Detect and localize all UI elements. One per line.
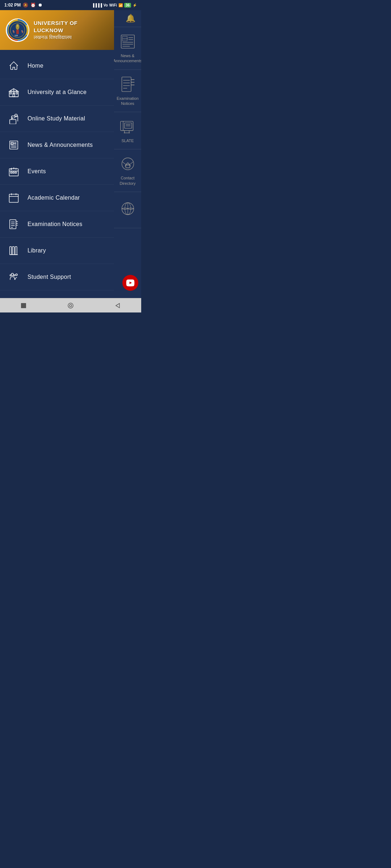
tile-globe[interactable]	[114, 192, 141, 228]
sidebar-item-university-label: University at a Glance	[28, 89, 87, 95]
nav-square-button[interactable]	[14, 300, 33, 311]
svg-rect-53	[15, 247, 17, 255]
tile-news[interactable]: NEWS News &Announcements	[114, 27, 141, 70]
svg-rect-52	[12, 247, 14, 255]
alarm-icon: ⏰	[30, 3, 36, 8]
time-display: 1:02 PM	[4, 3, 21, 8]
svg-point-29	[10, 169, 12, 170]
study-icon	[7, 112, 20, 125]
wifi-label: WiFi	[109, 3, 117, 7]
nav-home-button[interactable]	[62, 300, 80, 311]
tile-examination[interactable]: ExaminationNotices	[114, 70, 141, 112]
sidebar-item-slate[interactable]: SLATE	[0, 290, 114, 298]
svg-rect-31	[9, 194, 18, 203]
support-icon	[7, 271, 20, 284]
svg-text:NEWS: NEWS	[123, 38, 128, 40]
calendar-icon	[7, 191, 20, 204]
mute-icon: 🔕	[23, 3, 28, 8]
library-icon	[7, 244, 20, 257]
svg-text:🦌: 🦌	[12, 30, 16, 33]
svg-point-30	[13, 167, 14, 169]
events-icon	[7, 165, 20, 178]
svg-rect-101	[21, 303, 26, 308]
svg-rect-26	[10, 172, 12, 173]
svg-point-56	[16, 274, 17, 276]
sidebar-item-news-label: News & Announcements	[28, 142, 93, 148]
vo-label: Vo	[104, 3, 108, 7]
svg-point-103	[70, 305, 72, 307]
drawer-header: 🦌 🦌 LU UNIVERSITY OF LUCKNOW लखनऊ विश्वव…	[0, 10, 114, 50]
home-icon	[7, 59, 20, 72]
tile-exam-icon	[119, 76, 136, 93]
svg-rect-11	[16, 92, 17, 94]
svg-point-102	[68, 303, 73, 308]
tiles-container: NEWS News &Announcements	[114, 27, 141, 298]
university-icon	[7, 86, 20, 99]
sidebar-item-home-label: Home	[28, 63, 43, 69]
slate-icon	[7, 297, 20, 298]
sidebar-item-online-study[interactable]: Online Study Material	[0, 106, 114, 132]
logo-emblem: 🦌 🦌 LU	[7, 19, 29, 41]
svg-rect-9	[10, 92, 12, 94]
svg-text:LU: LU	[15, 34, 18, 37]
status-right: ▐▐▐▐ Vo WiFi 📶 36 ⚡	[92, 3, 137, 8]
university-name-block: UNIVERSITY OF LUCKNOW लखनऊ विश्वविद्यालय	[34, 20, 108, 41]
tile-contact[interactable]: ContactDirectory	[114, 149, 141, 192]
sidebar-item-calendar-label: Academic Calendar	[28, 195, 80, 201]
sidebar-item-student-support[interactable]: Student Support	[0, 264, 114, 290]
sidebar-item-study-label: Online Study Material	[28, 115, 85, 122]
sidebar-item-university-glance[interactable]: University at a Glance	[0, 79, 114, 106]
tile-news-label: News &Announcements	[114, 53, 141, 64]
tile-slate-label: SLATE	[121, 138, 134, 143]
svg-rect-51	[10, 247, 12, 255]
tile-news-icon: NEWS	[119, 33, 136, 50]
sidebar-item-events[interactable]: Events	[0, 158, 114, 185]
bell-icon[interactable]: 🔔	[126, 14, 135, 23]
exam-icon	[7, 218, 20, 231]
sidebar-item-support-label: Student Support	[28, 274, 71, 280]
tile-contact-icon	[119, 155, 136, 173]
svg-rect-13	[10, 120, 16, 124]
tile-slate[interactable]: SLATE	[114, 112, 141, 149]
svg-rect-96	[126, 165, 130, 168]
charging-icon: ⚡	[133, 3, 137, 7]
drawer-menu: 🦌 🦌 LU UNIVERSITY OF LUCKNOW लखनऊ विश्वव…	[0, 10, 114, 298]
tile-contact-label: ContactDirectory	[119, 175, 135, 186]
main-container: 🦌 🦌 LU UNIVERSITY OF LUCKNOW लखनऊ विश्वव…	[0, 10, 141, 298]
status-left: 1:02 PM 🔕 ⏰ ⏺	[4, 3, 42, 8]
wifi-icon: 📶	[118, 3, 123, 7]
sidebar-item-examination[interactable]: Examination Notices	[0, 211, 114, 238]
svg-point-55	[11, 273, 13, 275]
svg-rect-79	[122, 77, 131, 91]
top-bar: 🔔	[114, 10, 141, 27]
svg-text:🦌: 🦌	[21, 30, 24, 33]
university-logo: 🦌 🦌 LU	[6, 18, 29, 42]
sidebar-item-home[interactable]: Home	[0, 53, 114, 79]
signal-icon: ▐▐▐▐	[92, 3, 102, 7]
svg-rect-28	[15, 172, 17, 173]
svg-rect-3	[16, 30, 19, 34]
sidebar-item-library[interactable]: Library	[0, 238, 114, 264]
battery-indicator: 36	[124, 3, 131, 8]
tile-globe-icon	[119, 200, 136, 217]
svg-point-57	[10, 275, 11, 276]
nav-list: Home	[0, 50, 114, 298]
right-panel: 🔔 NEWS News &Anno	[114, 10, 141, 298]
status-bar: 1:02 PM 🔕 ⏰ ⏺ ▐▐▐▐ Vo WiFi 📶 36 ⚡	[0, 0, 141, 10]
youtube-fab[interactable]	[122, 275, 138, 291]
sidebar-item-news[interactable]: NEWS News & Announcements	[0, 132, 114, 158]
news-icon: NEWS	[7, 139, 20, 152]
tile-exam-label: ExaminationNotices	[117, 96, 139, 106]
bottom-nav	[0, 298, 141, 312]
tile-slate-icon	[119, 118, 136, 135]
university-name-hindi: लखनऊ विश्वविद्यालय	[34, 34, 108, 41]
svg-point-14	[15, 114, 18, 117]
svg-point-58	[13, 275, 15, 276]
nav-back-button[interactable]	[109, 300, 127, 311]
sidebar-item-exam-label: Examination Notices	[28, 221, 83, 227]
sidebar-item-events-label: Events	[28, 168, 46, 175]
svg-rect-27	[13, 172, 14, 173]
sidebar-item-academic-calendar[interactable]: Academic Calendar	[0, 185, 114, 211]
youtube-icon	[126, 278, 135, 287]
media-icon: ⏺	[38, 3, 42, 8]
